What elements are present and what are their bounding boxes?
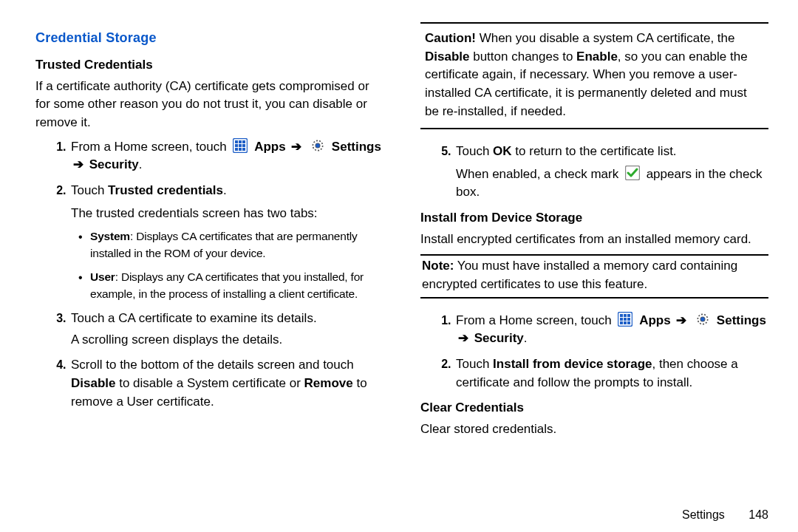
clear-heading: Clear Credentials xyxy=(420,399,768,417)
svg-rect-15 xyxy=(620,314,623,317)
right-column: Caution! When you disable a system CA ce… xyxy=(420,22,768,488)
install-intro: Install encrypted certificates from an i… xyxy=(420,231,768,249)
tabs-bullets: System: Displays CA certificates that ar… xyxy=(71,228,383,302)
bullet-user: User: Displays any CA certificates that … xyxy=(81,269,383,302)
settings-gear-icon xyxy=(310,138,325,153)
arrow-icon: ➔ xyxy=(291,138,301,157)
install-step-2: Touch Install from device storage, then … xyxy=(454,355,768,392)
apps-grid-icon xyxy=(233,138,248,153)
section-title: Credential Storage xyxy=(35,28,383,47)
page-footer: Settings 148 xyxy=(682,506,768,523)
svg-rect-20 xyxy=(627,318,630,321)
svg-rect-9 xyxy=(242,148,245,151)
step-4: Scroll to the bottom of the details scre… xyxy=(69,356,383,411)
install-step-1: From a Home screen, touch Apps ➔ Setting… xyxy=(454,312,768,348)
svg-rect-2 xyxy=(239,140,242,143)
svg-rect-17 xyxy=(627,314,630,317)
step-3: Touch a CA certificate to examine its de… xyxy=(69,310,383,349)
svg-rect-1 xyxy=(235,140,238,143)
right-steps-5: Touch OK to return to the certificate li… xyxy=(420,143,768,202)
svg-rect-22 xyxy=(624,321,627,324)
checkmark-icon xyxy=(625,166,640,180)
footer-page-number: 148 xyxy=(748,508,768,521)
footer-section: Settings xyxy=(682,508,725,521)
trusted-heading: Trusted Credentials xyxy=(35,56,383,75)
step-5: Touch OK to return to the certificate li… xyxy=(454,143,768,202)
step-1: From a Home screen, touch Apps ➔ Setting… xyxy=(69,138,383,174)
bullet-system: System: Displays CA certificates that ar… xyxy=(81,228,383,262)
svg-point-12 xyxy=(316,143,319,147)
trusted-intro: If a certificate authority (CA) certific… xyxy=(35,78,383,132)
left-column: Credential Storage Trusted Credentials I… xyxy=(35,22,383,488)
svg-rect-7 xyxy=(235,148,238,151)
apps-grid-icon xyxy=(618,312,632,327)
svg-rect-23 xyxy=(627,321,630,324)
svg-rect-21 xyxy=(620,321,623,324)
trusted-steps: From a Home screen, touch Apps ➔ Setting… xyxy=(35,138,383,412)
svg-rect-16 xyxy=(624,314,627,317)
svg-rect-3 xyxy=(242,140,245,143)
clear-body: Clear stored credentials. xyxy=(420,420,768,439)
page: Credential Storage Trusted Credentials I… xyxy=(0,0,798,502)
svg-point-26 xyxy=(700,317,704,321)
step-2: Touch Trusted credentials. The trusted c… xyxy=(69,182,383,302)
note-box: Note: You must have installed a memory c… xyxy=(420,254,768,298)
svg-rect-19 xyxy=(624,318,627,321)
tabs-line: The trusted credentials screen has two t… xyxy=(71,205,383,223)
caution-box: Caution! When you disable a system CA ce… xyxy=(420,22,768,129)
svg-rect-5 xyxy=(239,144,242,147)
svg-rect-8 xyxy=(239,148,242,151)
settings-gear-icon xyxy=(695,312,710,327)
svg-rect-6 xyxy=(242,144,245,147)
install-heading: Install from Device Storage xyxy=(420,209,768,228)
svg-rect-4 xyxy=(235,144,238,147)
install-steps: From a Home screen, touch Apps ➔ Setting… xyxy=(420,312,768,392)
svg-rect-18 xyxy=(620,318,623,321)
